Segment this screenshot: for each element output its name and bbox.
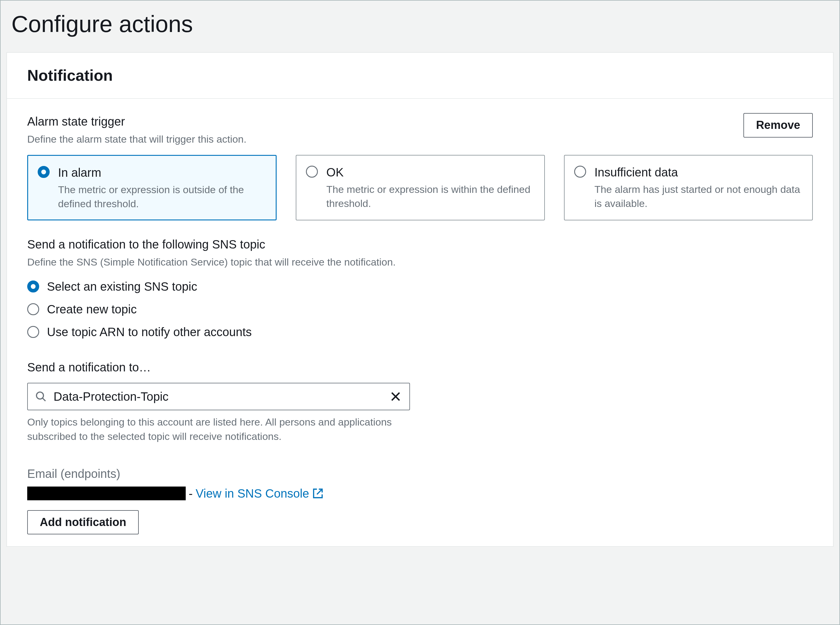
trigger-section-header: Alarm state trigger Define the alarm sta… <box>27 113 813 146</box>
radio-icon <box>38 166 50 178</box>
trigger-tile-group: In alarm The metric or expression is out… <box>27 155 813 221</box>
panel-heading: Notification <box>27 65 813 86</box>
external-link-icon <box>312 488 324 499</box>
sns-label: Send a notification to the following SNS… <box>27 236 813 253</box>
trigger-label-block: Alarm state trigger Define the alarm sta… <box>27 113 744 146</box>
topic-select[interactable]: Data-Protection-Topic <box>27 383 410 410</box>
sns-option-label: Use topic ARN to notify other accounts <box>47 323 252 340</box>
panel-body: Alarm state trigger Define the alarm sta… <box>7 99 833 546</box>
trigger-tile-ok[interactable]: OK The metric or expression is within th… <box>296 155 544 221</box>
tile-title: Insufficient data <box>594 164 803 180</box>
endpoints-label: Email (endpoints) <box>27 465 813 482</box>
sns-option-label: Create new topic <box>47 301 137 317</box>
tile-content: Insufficient data The alarm has just sta… <box>594 164 803 211</box>
trigger-label: Alarm state trigger <box>27 113 744 130</box>
add-button-wrap: Add notification <box>27 510 813 535</box>
tile-desc: The metric or expression is outside of t… <box>58 183 266 211</box>
sns-option-create[interactable]: Create new topic <box>27 298 813 320</box>
topic-select-label: Send a notification to… <box>27 359 813 376</box>
search-icon <box>35 390 47 403</box>
trigger-tile-insufficient-data[interactable]: Insufficient data The alarm has just sta… <box>564 155 813 221</box>
radio-icon <box>27 303 39 315</box>
link-label: View in SNS Console <box>196 485 309 502</box>
close-icon[interactable] <box>389 390 402 403</box>
radio-icon <box>27 280 39 292</box>
endpoints-row: - View in SNS Console <box>27 485 813 502</box>
topic-select-wrap: Data-Protection-Topic Only topics belong… <box>27 383 410 443</box>
view-sns-console-link[interactable]: View in SNS Console <box>196 485 323 502</box>
endpoints-section: Email (endpoints) - View in SNS Console <box>27 465 813 535</box>
svg-point-0 <box>36 392 44 399</box>
trigger-tile-in-alarm[interactable]: In alarm The metric or expression is out… <box>27 155 277 221</box>
page-title: Configure actions <box>1 1 839 52</box>
sns-desc: Define the SNS (Simple Notification Serv… <box>27 255 813 269</box>
sns-option-label: Select an existing SNS topic <box>47 278 197 295</box>
remove-button[interactable]: Remove <box>744 113 813 138</box>
tile-desc: The metric or expression is within the d… <box>326 182 534 211</box>
page-container: Configure actions Notification Alarm sta… <box>0 0 840 625</box>
endpoints-separator: - <box>189 485 193 502</box>
tile-title: In alarm <box>58 164 266 181</box>
topic-select-value: Data-Protection-Topic <box>53 388 383 405</box>
tile-title: OK <box>326 164 534 180</box>
radio-icon <box>574 166 586 178</box>
tile-content: OK The metric or expression is within th… <box>326 164 534 211</box>
notification-panel: Notification Alarm state trigger Define … <box>6 52 834 547</box>
topic-select-hint: Only topics belonging to this account ar… <box>27 415 410 443</box>
svg-line-1 <box>42 398 45 401</box>
radio-icon <box>27 326 39 338</box>
add-notification-button[interactable]: Add notification <box>27 510 139 535</box>
trigger-desc: Define the alarm state that will trigger… <box>27 132 744 146</box>
sns-radio-list: Select an existing SNS topic Create new … <box>27 275 813 343</box>
tile-content: In alarm The metric or expression is out… <box>58 164 266 211</box>
tile-desc: The alarm has just started or not enough… <box>594 182 803 211</box>
panel-header: Notification <box>7 53 833 99</box>
sns-option-arn[interactable]: Use topic ARN to notify other accounts <box>27 320 813 343</box>
radio-icon <box>306 166 318 178</box>
sns-option-existing[interactable]: Select an existing SNS topic <box>27 275 813 298</box>
endpoints-redacted-value <box>27 487 186 500</box>
